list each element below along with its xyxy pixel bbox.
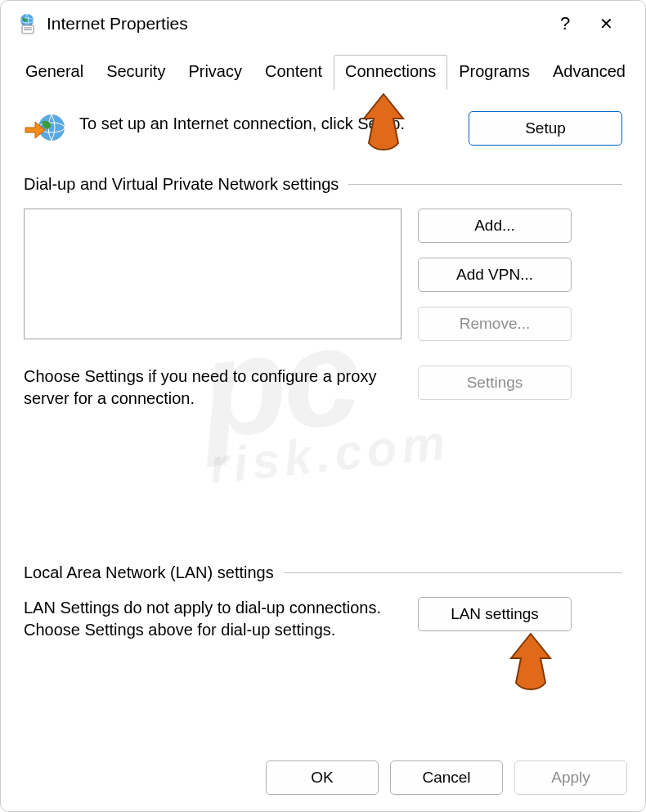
- dialog-footer: OK Cancel Apply: [266, 760, 627, 795]
- lan-group-label: Local Area Network (LAN) settings: [24, 563, 274, 582]
- window-title: Internet Properties: [47, 14, 549, 34]
- tab-connections[interactable]: Connections: [334, 55, 447, 90]
- lan-settings-button[interactable]: LAN settings: [418, 597, 572, 631]
- internet-options-icon: [16, 12, 38, 35]
- apply-button: Apply: [514, 760, 627, 795]
- tab-strip: General Security Privacy Content Connect…: [14, 55, 632, 90]
- lan-group-header: Local Area Network (LAN) settings: [24, 563, 622, 582]
- divider: [284, 572, 622, 573]
- connections-panel: To set up an Internet connection, click …: [1, 90, 645, 410]
- divider: [348, 184, 622, 185]
- internet-properties-dialog: Internet Properties ? ✕ General Security…: [0, 0, 646, 812]
- close-button[interactable]: ✕: [581, 14, 630, 34]
- lan-group: Local Area Network (LAN) settings LAN Se…: [24, 563, 622, 641]
- ok-button[interactable]: OK: [266, 760, 379, 795]
- remove-button: Remove...: [418, 307, 572, 341]
- connection-wizard-icon: [24, 111, 66, 150]
- setup-button[interactable]: Setup: [469, 111, 622, 146]
- watermark-sub: risk.com: [207, 414, 452, 495]
- dialup-group-header: Dial-up and Virtual Private Network sett…: [24, 175, 622, 194]
- tab-privacy[interactable]: Privacy: [177, 55, 253, 90]
- dialup-hint-text: Choose Settings if you need to configure…: [24, 366, 402, 410]
- titlebar: Internet Properties ? ✕: [1, 1, 645, 47]
- tab-programs[interactable]: Programs: [447, 55, 541, 90]
- cancel-button[interactable]: Cancel: [390, 760, 503, 795]
- tab-security[interactable]: Security: [95, 55, 177, 90]
- setup-intro-text: To set up an Internet connection, click …: [79, 111, 455, 135]
- tab-general[interactable]: General: [14, 55, 95, 90]
- help-button[interactable]: ?: [549, 13, 581, 34]
- dialup-settings-button: Settings: [418, 366, 572, 400]
- tab-advanced[interactable]: Advanced: [541, 55, 637, 90]
- add-button[interactable]: Add...: [418, 209, 572, 243]
- tab-content[interactable]: Content: [253, 55, 334, 90]
- dialup-group-label: Dial-up and Virtual Private Network sett…: [24, 175, 339, 194]
- add-vpn-button[interactable]: Add VPN...: [418, 258, 572, 292]
- dialup-connections-listbox[interactable]: [24, 209, 402, 339]
- lan-hint-text: LAN Settings do not apply to dial-up con…: [24, 597, 402, 641]
